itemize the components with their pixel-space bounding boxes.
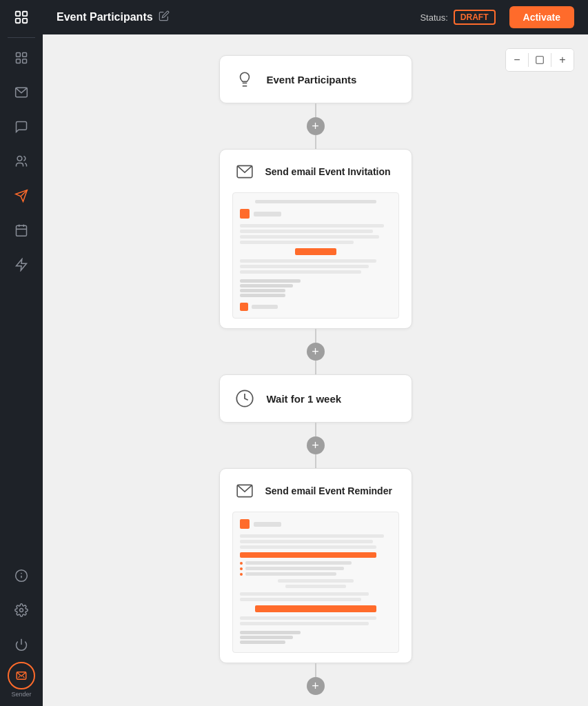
add-step-button-2[interactable]: + [307,343,325,361]
connector-2: + [307,329,325,374]
sender-avatar[interactable] [8,662,35,689]
preview-text-7 [240,270,361,274]
email-node-1-header: Send email Event Invitation [232,159,399,184]
status-badge: DRAFT [454,10,496,25]
sidebar-item-calendar[interactable] [0,213,43,248]
p2-bullet-1 [240,562,243,565]
email-node-2-title: Send email Event Reminder [265,485,392,496]
p2-note-1 [240,592,369,596]
preview-text-3 [240,235,379,239]
sidebar: Sender [0,0,43,706]
svg-point-20 [20,609,23,612]
connector-4: + [307,663,325,695]
svg-rect-2 [16,19,20,23]
main-content: Event Participants Status: DRAFT Activat… [43,0,588,706]
sidebar-item-contacts[interactable] [0,144,43,179]
p2-list [240,561,392,576]
sidebar-item-dashboard[interactable] [0,41,43,75]
email-icon-1 [232,159,257,184]
sidebar-item-campaigns[interactable] [0,179,43,213]
svg-marker-16 [17,259,27,271]
topbar: Event Participants Status: DRAFT Activat… [43,0,588,34]
sidebar-item-chat[interactable] [0,110,43,144]
svg-rect-23 [536,57,544,64]
preview-text-2 [240,230,374,233]
zoom-out-button[interactable]: − [506,49,528,71]
connector-line-4 [315,663,316,677]
p2-extra-1 [240,616,376,620]
zoom-in-button[interactable]: + [551,49,574,71]
p2-footer-2 [240,636,293,639]
status-label: Status: [420,12,447,23]
page-title: Event Participants [57,11,153,23]
p2-item-1 [245,561,352,565]
preview-text-4 [240,241,354,244]
p2-name-line [285,585,346,588]
connector-1: + [307,103,325,149]
connector-3: + [307,423,325,468]
connector-line-3b [315,454,316,468]
flow-container: Event Participants + Send email E [43,55,588,706]
email-node-1-title: Send email Event Invitation [265,166,391,177]
preview-footer-1 [240,279,301,283]
svg-rect-1 [23,12,27,16]
preview-footer-2 [240,284,293,288]
p2-bullet-2 [240,567,243,570]
connector-line-2 [315,329,316,343]
connector-line-1b [315,135,316,149]
p2-list-2 [240,567,392,570]
preview-2-sender-text [254,522,281,527]
edit-icon[interactable] [159,10,170,24]
bulb-icon [232,67,257,92]
add-step-button-1[interactable]: + [307,117,325,135]
preview-text-5 [240,259,376,263]
preview-subject-line [255,200,376,203]
email-node-1[interactable]: Send email Event Invitation [219,149,412,329]
p2-extra-2 [240,622,369,625]
connector-line-2b [315,361,316,374]
sidebar-divider-1 [8,37,35,38]
email-preview-2 [232,512,399,653]
p2-footer-1 [240,631,301,634]
sidebar-item-power[interactable] [0,627,43,662]
svg-rect-0 [16,12,20,16]
preview-footer-3 [240,289,285,292]
p2-note-2 [240,598,361,601]
sidebar-item-info[interactable] [0,558,43,593]
preview-2-sender-icon [240,519,250,529]
clock-icon [232,386,257,411]
p2-cta-btn [255,605,376,612]
sender-label: Sender [11,691,31,698]
preview-text-1 [240,224,384,228]
sidebar-item-email[interactable] [0,75,43,110]
preview-text-6 [240,265,369,268]
activate-button[interactable]: Activate [509,6,574,28]
preview-bottom-icon [240,303,248,311]
preview-sender [240,209,392,219]
p2-list-1 [240,561,392,565]
svg-point-9 [17,157,22,161]
wait-node[interactable]: Wait for 1 week [219,374,412,423]
add-step-button-4[interactable]: + [307,677,325,695]
p2-item-3 [245,572,336,576]
sidebar-item-triggers[interactable] [0,248,43,282]
svg-rect-5 [23,53,27,57]
trigger-node[interactable]: Event Participants [219,55,412,103]
preview-footer-4 [240,294,285,297]
p2-footer [240,631,392,644]
email-node-2[interactable]: Send email Event Reminder [219,468,412,663]
add-step-button-3[interactable]: + [307,436,325,454]
preview-sender-text [254,212,281,216]
sidebar-item-settings[interactable] [0,593,43,627]
topbar-title-area: Event Participants [57,10,170,24]
p2-text-2 [240,540,374,543]
preview-bottom-sender [240,303,392,311]
trigger-node-title: Event Participants [267,74,357,85]
zoom-fit-button[interactable] [529,49,551,71]
sidebar-logo [0,0,43,34]
email-icon-2 [232,478,257,503]
preview-footer [240,279,392,297]
p2-bullet-3 [240,573,243,576]
preview-bottom-name [252,305,278,309]
p2-footer-3 [240,641,285,644]
